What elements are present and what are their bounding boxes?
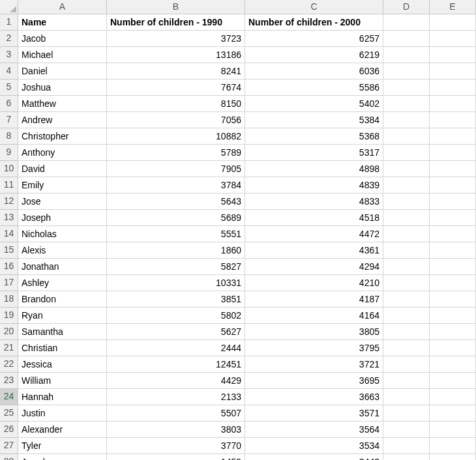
cell-A11[interactable]: Emily: [18, 177, 107, 194]
cell-D13[interactable]: [383, 210, 430, 226]
row-header-24[interactable]: 24: [0, 389, 18, 405]
cell-C8[interactable]: 5368: [245, 128, 383, 145]
row-header-21[interactable]: 21: [0, 340, 18, 356]
cell-C10[interactable]: 4898: [245, 161, 383, 177]
cell-D8[interactable]: [383, 128, 430, 145]
cell-B28[interactable]: 1459: [107, 454, 245, 460]
cell-E2[interactable]: [430, 31, 476, 47]
cell-E11[interactable]: [430, 177, 476, 194]
row-header-2[interactable]: 2: [0, 31, 18, 47]
cell-C13[interactable]: 4518: [245, 210, 383, 226]
col-header-D[interactable]: D: [383, 0, 430, 14]
cell-D4[interactable]: [383, 63, 430, 79]
cell-E20[interactable]: [430, 324, 476, 340]
cell-C22[interactable]: 3721: [245, 356, 383, 373]
cell-C14[interactable]: 4472: [245, 226, 383, 242]
cell-B25[interactable]: 5507: [107, 405, 245, 422]
cell-B24[interactable]: 2133: [107, 389, 245, 405]
cell-B2[interactable]: 3723: [107, 31, 245, 47]
cell-C12[interactable]: 4833: [245, 194, 383, 210]
cell-C11[interactable]: 4839: [245, 177, 383, 194]
cell-B18[interactable]: 3851: [107, 291, 245, 308]
cell-E18[interactable]: [430, 291, 476, 308]
cell-B12[interactable]: 5643: [107, 194, 245, 210]
cell-E8[interactable]: [430, 128, 476, 145]
cell-E7[interactable]: [430, 112, 476, 128]
cell-E27[interactable]: [430, 438, 476, 454]
row-header-5[interactable]: 5: [0, 79, 18, 96]
cell-A19[interactable]: Ryan: [18, 308, 107, 324]
cell-B10[interactable]: 7905: [107, 161, 245, 177]
cell-A28[interactable]: Angel: [18, 454, 107, 460]
cell-C24[interactable]: 3663: [245, 389, 383, 405]
cell-A18[interactable]: Brandon: [18, 291, 107, 308]
cell-C28[interactable]: 3443: [245, 454, 383, 460]
row-header-14[interactable]: 14: [0, 226, 18, 242]
cell-A25[interactable]: Justin: [18, 405, 107, 422]
cell-C18[interactable]: 4187: [245, 291, 383, 308]
cell-A20[interactable]: Samantha: [18, 324, 107, 340]
header-cell-E[interactable]: [430, 14, 476, 31]
row-header-6[interactable]: 6: [0, 96, 18, 112]
cell-E19[interactable]: [430, 308, 476, 324]
cell-A16[interactable]: Jonathan: [18, 259, 107, 275]
cell-B17[interactable]: 10331: [107, 275, 245, 291]
cell-A5[interactable]: Joshua: [18, 79, 107, 96]
cell-E5[interactable]: [430, 79, 476, 96]
cell-A17[interactable]: Ashley: [18, 275, 107, 291]
row-header-17[interactable]: 17: [0, 275, 18, 291]
cell-E22[interactable]: [430, 356, 476, 373]
cell-B6[interactable]: 8150: [107, 96, 245, 112]
header-cell-B[interactable]: Number of children - 1990: [107, 14, 245, 31]
header-cell-C[interactable]: Number of children - 2000: [245, 14, 383, 31]
cell-C6[interactable]: 5402: [245, 96, 383, 112]
row-header-15[interactable]: 15: [0, 242, 18, 259]
cell-C19[interactable]: 4164: [245, 308, 383, 324]
row-header-23[interactable]: 23: [0, 373, 18, 389]
cell-C26[interactable]: 3564: [245, 422, 383, 438]
cell-B27[interactable]: 3770: [107, 438, 245, 454]
cell-D27[interactable]: [383, 438, 430, 454]
cell-B19[interactable]: 5802: [107, 308, 245, 324]
header-cell-A[interactable]: Name: [18, 14, 107, 31]
cell-A27[interactable]: Tyler: [18, 438, 107, 454]
row-header-3[interactable]: 3: [0, 47, 18, 63]
cell-D10[interactable]: [383, 161, 430, 177]
cell-D11[interactable]: [383, 177, 430, 194]
cell-B16[interactable]: 5827: [107, 259, 245, 275]
cell-A26[interactable]: Alexander: [18, 422, 107, 438]
cell-A12[interactable]: Jose: [18, 194, 107, 210]
cell-D24[interactable]: [383, 389, 430, 405]
cell-C15[interactable]: 4361: [245, 242, 383, 259]
row-header-9[interactable]: 9: [0, 145, 18, 161]
cell-A15[interactable]: Alexis: [18, 242, 107, 259]
cell-C25[interactable]: 3571: [245, 405, 383, 422]
cell-A24[interactable]: Hannah: [18, 389, 107, 405]
cell-C2[interactable]: 6257: [245, 31, 383, 47]
cell-D3[interactable]: [383, 47, 430, 63]
cell-D21[interactable]: [383, 340, 430, 356]
cell-D22[interactable]: [383, 356, 430, 373]
cell-D16[interactable]: [383, 259, 430, 275]
cell-B7[interactable]: 7056: [107, 112, 245, 128]
cell-E6[interactable]: [430, 96, 476, 112]
cell-C23[interactable]: 3695: [245, 373, 383, 389]
cell-B26[interactable]: 3803: [107, 422, 245, 438]
cell-D19[interactable]: [383, 308, 430, 324]
cell-C4[interactable]: 6036: [245, 63, 383, 79]
row-header-1[interactable]: 1: [0, 14, 18, 31]
cell-D17[interactable]: [383, 275, 430, 291]
cell-B13[interactable]: 5689: [107, 210, 245, 226]
cell-B4[interactable]: 8241: [107, 63, 245, 79]
cell-B23[interactable]: 4429: [107, 373, 245, 389]
cell-A22[interactable]: Jessica: [18, 356, 107, 373]
cell-E21[interactable]: [430, 340, 476, 356]
cell-D20[interactable]: [383, 324, 430, 340]
cell-D2[interactable]: [383, 31, 430, 47]
cell-E16[interactable]: [430, 259, 476, 275]
cell-C16[interactable]: 4294: [245, 259, 383, 275]
row-header-22[interactable]: 22: [0, 356, 18, 373]
cell-B22[interactable]: 12451: [107, 356, 245, 373]
cell-D15[interactable]: [383, 242, 430, 259]
row-header-8[interactable]: 8: [0, 128, 18, 145]
